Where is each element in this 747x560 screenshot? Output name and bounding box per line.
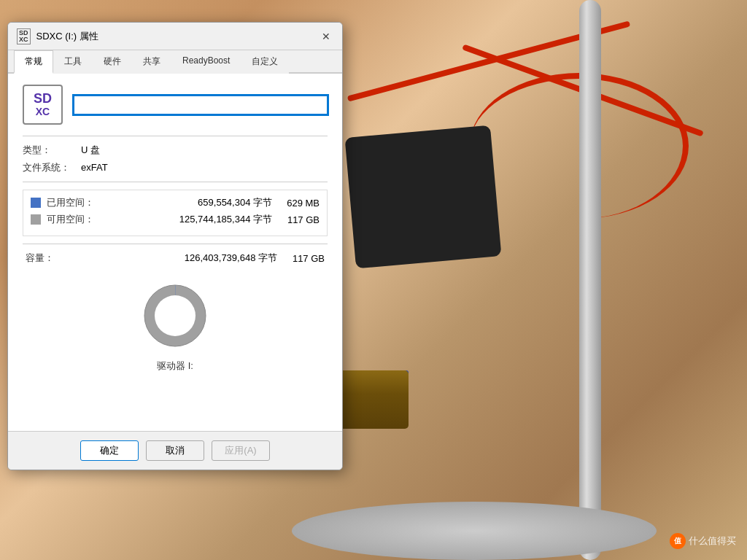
tab-hardware[interactable]: 硬件 [93, 50, 132, 74]
used-label: 已用空间： [47, 196, 98, 209]
fs-value: exFAT [81, 162, 108, 173]
pie-chart [139, 279, 212, 352]
used-bytes: 659,554,304 字节 [98, 196, 279, 209]
capacity-bytes: 126,403,739,648 字节 [62, 252, 285, 265]
drive-label: 驱动器 I: [23, 359, 328, 373]
cancel-button[interactable]: 取消 [146, 440, 204, 461]
button-row: 确定 取消 应用(A) [8, 431, 342, 470]
used-color-box [31, 198, 41, 208]
title-bar-left: SDXC SDXC (I:) 属性 [17, 28, 98, 44]
fs-row: 文件系统： exFAT [23, 161, 328, 174]
type-row: 类型： U 盘 [23, 144, 328, 157]
space-section: 已用空间： 659,554,304 字节 629 MB 可用空间： 125,74… [23, 190, 328, 236]
tab-share[interactable]: 共享 [132, 50, 171, 74]
free-bytes: 125,744,185,344 字节 [98, 213, 279, 226]
drone-body [345, 125, 502, 269]
stand-base [292, 502, 657, 560]
capacity-human: 117 GB [285, 253, 325, 264]
free-color-box [31, 214, 41, 225]
drive-name-input[interactable] [74, 96, 328, 114]
watermark: 值 什么值得买 [670, 533, 736, 549]
capacity-label: 容量： [26, 252, 62, 265]
dialog-icon: SDXC [17, 28, 31, 44]
dialog-title: SDXC (I:) 属性 [36, 30, 98, 43]
tab-general[interactable]: 常规 [14, 50, 53, 74]
ok-button[interactable]: 确定 [80, 440, 139, 461]
tab-tools[interactable]: 工具 [53, 50, 93, 74]
divider-1 [23, 136, 328, 136]
fs-label: 文件系统： [23, 161, 81, 174]
stand-pole [579, 0, 601, 560]
used-human: 629 MB [279, 198, 320, 209]
properties-dialog: SDXC SDXC (I:) 属性 ✕ 常规 工具 硬件 共享 ReadyBoo… [7, 22, 343, 470]
sdxc-logo: SD XC [23, 85, 63, 125]
close-button[interactable]: ✕ [319, 29, 333, 44]
free-human: 117 GB [279, 214, 320, 225]
type-value: U 盘 [81, 144, 100, 157]
logo-row: SD XC [23, 85, 328, 125]
pie-hole [155, 295, 196, 336]
type-label: 类型： [23, 144, 81, 157]
tab-customize[interactable]: 自定义 [241, 50, 289, 74]
chart-area [23, 265, 328, 359]
used-space-row: 已用空间： 659,554,304 字节 629 MB [31, 196, 320, 209]
tab-bar: 常规 工具 硬件 共享 ReadyBoost 自定义 [8, 50, 342, 74]
watermark-icon: 值 [670, 533, 686, 549]
info-section: 类型： U 盘 文件系统： exFAT [23, 144, 328, 174]
apply-button[interactable]: 应用(A) [212, 440, 270, 461]
tab-readyboost[interactable]: ReadyBoost [171, 50, 241, 74]
free-space-row: 可用空间： 125,744,185,344 字节 117 GB [31, 213, 320, 226]
divider-2 [23, 182, 328, 182]
title-bar: SDXC SDXC (I:) 属性 ✕ [8, 23, 342, 50]
pie-svg [139, 279, 212, 352]
capacity-row: 容量： 126,403,739,648 字节 117 GB [23, 252, 328, 265]
free-label: 可用空间： [47, 213, 98, 226]
divider-3 [23, 244, 328, 244]
dialog-content: SD XC 类型： U 盘 文件系统： exFAT 已用空间： 659,554,… [8, 74, 342, 431]
